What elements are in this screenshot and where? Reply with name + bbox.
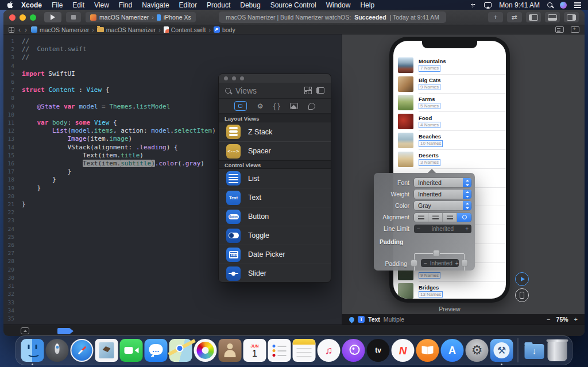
- stop-button[interactable]: [66, 12, 81, 22]
- library-item-list[interactable]: List: [219, 169, 331, 188]
- dock-books-icon[interactable]: [416, 339, 439, 362]
- library-item-text[interactable]: TextText: [219, 188, 331, 207]
- zoom-window-button[interactable]: [30, 14, 36, 21]
- row-subtitle-selected[interactable]: 10 Names: [419, 140, 443, 147]
- code-line-31[interactable]: 31: [3, 282, 342, 290]
- list-row-beaches[interactable]: Beaches10 Names: [393, 131, 506, 150]
- code-line-1[interactable]: 1//: [3, 37, 342, 45]
- align-right-button[interactable]: [443, 213, 457, 222]
- library-item-z-stack[interactable]: Z Stack: [219, 122, 331, 141]
- menu-debug[interactable]: Debug: [240, 1, 260, 9]
- dock-music-icon[interactable]: ♫: [318, 339, 341, 362]
- code-line-35[interactable]: 35: [3, 315, 342, 323]
- library-button[interactable]: +: [488, 12, 503, 22]
- wifi-icon[interactable]: [469, 2, 477, 8]
- menu-product[interactable]: Product: [207, 1, 230, 9]
- dock-facetime-icon[interactable]: [120, 339, 143, 362]
- preview-on-device-button[interactable]: [515, 288, 529, 302]
- toggle-debug-area-button[interactable]: [545, 12, 560, 22]
- weight-dropdown[interactable]: Inherited: [414, 190, 471, 199]
- row-subtitle-selected[interactable]: 7 Names: [419, 65, 440, 72]
- zoom-level[interactable]: 75%: [556, 316, 568, 323]
- library-item-button[interactable]: ButtonButton: [219, 207, 331, 226]
- dock-settings-icon[interactable]: ⚙: [466, 339, 489, 362]
- dock-mail-icon[interactable]: [95, 339, 118, 362]
- font-dropdown[interactable]: Inherited: [414, 178, 471, 187]
- row-subtitle-selected[interactable]: 5 Names: [419, 103, 440, 110]
- row-subtitle-selected[interactable]: 9 Names: [419, 84, 440, 91]
- menu-editor[interactable]: Editor: [179, 1, 197, 9]
- live-preview-button[interactable]: [515, 272, 529, 286]
- detail-view-icon[interactable]: [316, 87, 324, 94]
- menu-view[interactable]: View: [94, 1, 109, 9]
- views-tab[interactable]: [234, 101, 247, 111]
- zoom-in-button[interactable]: +: [574, 316, 578, 323]
- menu-find[interactable]: Find: [119, 1, 132, 9]
- dock-contacts-icon[interactable]: [219, 339, 242, 362]
- menu-file[interactable]: File: [52, 1, 63, 9]
- library-item-toggle[interactable]: Toggle: [219, 226, 331, 245]
- snippets-tab[interactable]: { }: [273, 102, 280, 110]
- align-center-button[interactable]: [428, 213, 443, 222]
- minimize-window-button[interactable]: [20, 14, 26, 21]
- breadcrumb-item[interactable]: Pbody: [214, 26, 235, 33]
- apple-menu-icon[interactable]: [7, 1, 13, 9]
- dock-launchpad-icon[interactable]: [46, 339, 69, 362]
- padding-stepper[interactable]: − Inherited +: [421, 259, 459, 267]
- menu-window[interactable]: Window: [326, 1, 351, 9]
- menu-edit[interactable]: Edit: [72, 1, 84, 9]
- code-line-2[interactable]: 2// Content.swift: [3, 45, 342, 53]
- code-line-34[interactable]: 34: [3, 307, 342, 315]
- line-limit-stepper[interactable]: − inherited +: [414, 225, 471, 233]
- toggle-inspectors-button[interactable]: [564, 12, 579, 22]
- scheme-selector[interactable]: macOS Namerizer › iPhone Xs: [86, 12, 196, 22]
- list-row-big-cats[interactable]: Big Cats9 Names: [393, 75, 506, 94]
- dock-downloads-icon[interactable]: ↓: [523, 339, 546, 362]
- breakpoint-icon[interactable]: [57, 328, 74, 334]
- go-forward-button[interactable]: ›: [25, 26, 27, 33]
- airplay-icon[interactable]: [484, 2, 492, 7]
- dock-xcode-icon[interactable]: ⚒: [490, 339, 513, 362]
- modifiers-tab[interactable]: ⚙: [257, 102, 264, 110]
- dock-photos-icon[interactable]: [194, 339, 217, 362]
- media-tab[interactable]: [290, 103, 298, 109]
- siri-icon[interactable]: [560, 2, 567, 9]
- dock-notes-icon[interactable]: [293, 339, 316, 362]
- dock-finder-icon[interactable]: [21, 339, 44, 362]
- list-row-food[interactable]: Food4 Names: [393, 112, 506, 131]
- menu-source-control[interactable]: Source Control: [270, 1, 316, 9]
- dock-messages-icon[interactable]: ...: [145, 339, 168, 362]
- list-row-mountains[interactable]: Mountains7 Names: [393, 56, 506, 75]
- related-items-icon[interactable]: [9, 27, 14, 33]
- spotlight-search-icon[interactable]: [547, 2, 552, 7]
- list-row-bridges[interactable]: Bridges13 Names: [393, 282, 506, 299]
- padding-left-checkbox[interactable]: [411, 260, 417, 266]
- grid-view-icon[interactable]: [304, 87, 312, 94]
- breadcrumb-item[interactable]: macOS Namerizer: [31, 26, 89, 33]
- row-subtitle-selected[interactable]: 3 Names: [419, 159, 440, 166]
- breadcrumb-item[interactable]: macOS Namerizer: [97, 26, 156, 33]
- row-subtitle-selected[interactable]: 9 Names: [419, 272, 440, 279]
- dock-maps-icon[interactable]: [169, 339, 192, 362]
- library-item-slider[interactable]: Slider: [219, 264, 331, 282]
- code-line-32[interactable]: 32: [3, 290, 342, 298]
- swap-editors-button[interactable]: ⇄: [507, 12, 522, 22]
- list-row-deserts[interactable]: Deserts3 Names: [393, 150, 506, 169]
- auto-layout-icon[interactable]: [21, 327, 29, 334]
- dock-news-icon[interactable]: N: [392, 339, 415, 362]
- add-editor-icon[interactable]: [571, 26, 579, 33]
- code-line-4[interactable]: 4: [3, 62, 342, 70]
- notification-center-icon[interactable]: [574, 2, 581, 8]
- run-button[interactable]: [44, 12, 61, 22]
- library-title-bar[interactable]: [219, 74, 331, 83]
- editor-options-icon[interactable]: [555, 26, 564, 33]
- breadcrumb-item[interactable]: Content.swift: [164, 26, 206, 33]
- menu-navigate[interactable]: Navigate: [142, 1, 169, 9]
- padding-right-checkbox[interactable]: [461, 260, 468, 266]
- library-search-field[interactable]: Views: [219, 83, 331, 99]
- code-line-33[interactable]: 33: [3, 299, 342, 307]
- list-row-farms[interactable]: Farms5 Names: [393, 94, 506, 113]
- menu-xcode[interactable]: Xcode: [21, 1, 42, 9]
- close-window-button[interactable]: [9, 14, 16, 21]
- color-dropdown[interactable]: Gray: [414, 201, 471, 210]
